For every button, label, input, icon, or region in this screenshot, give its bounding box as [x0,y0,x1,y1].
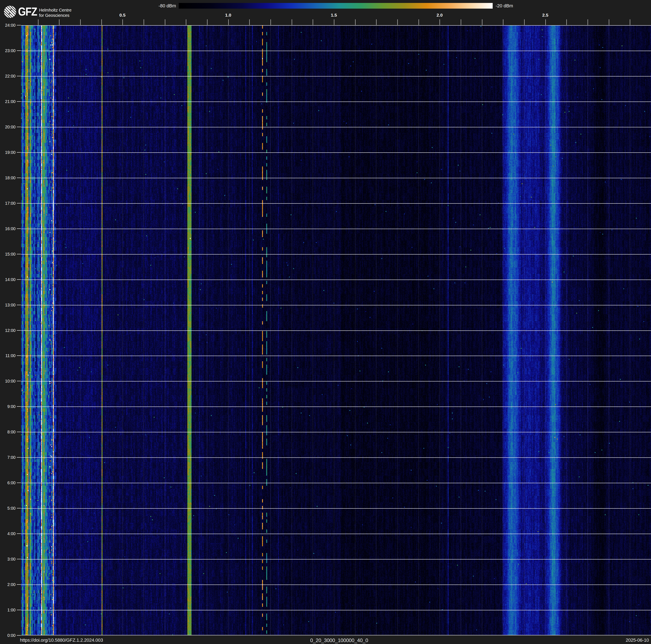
x-axis-tick-label: 2.5 [537,12,554,18]
colorbar-gradient [179,3,493,9]
x-axis-tick [397,19,398,25]
x-axis-tick [524,19,525,25]
y-axis-tick-label: 17:00 [0,201,16,206]
x-axis-tick [418,19,419,25]
doi-text: https://doi.org/10.5880/GFZ.1.2.2024.003 [20,638,103,643]
gfz-logo-text: GFZ [18,5,37,18]
y-axis-tick [17,457,21,458]
y-axis-tick [17,330,21,331]
x-axis-tick [482,19,483,25]
x-axis-tick [80,19,81,25]
x-axis-tick [292,19,292,25]
y-axis-tick-label: 11:00 [0,353,16,358]
x-axis-tick [207,19,208,25]
colorbar-max-label: -20 dBm [496,3,537,9]
y-axis-tick-label: 22:00 [0,74,16,79]
x-axis-tick [334,19,334,25]
y-axis-tick [17,482,21,483]
x-axis-tick [588,19,588,25]
y-axis-tick [17,152,21,153]
y-axis-tick-label: 21:00 [0,99,16,104]
y-axis-tick [17,355,21,356]
y-axis-tick [17,229,21,229]
y-axis-tick-label: 7:00 [0,455,16,460]
y-axis-tick-label: 20:00 [0,125,16,129]
date-text: 2025-06-10 [626,638,649,643]
x-axis-tick [313,19,313,25]
y-axis-tick-label: 4:00 [0,531,16,536]
y-axis-tick-label: 16:00 [0,226,16,231]
y-axis-tick-label: 0:00 [0,633,16,638]
x-axis-tick [355,19,355,25]
y-axis-tick-label: 5:00 [0,506,16,510]
spectrogram-canvas [21,25,651,635]
y-axis-tick [17,178,21,178]
x-axis-tick [439,19,440,25]
x-axis-tick [228,19,229,25]
y-axis-tick [17,127,21,127]
x-axis-tick [271,19,271,25]
y-axis-tick-label: 14:00 [0,277,16,282]
y-axis-tick-label: 1:00 [0,608,16,612]
y-axis-tick-label: 9:00 [0,404,16,409]
x-axis-tick [165,19,165,25]
gfz-logo-icon [4,5,17,18]
x-axis-tick [630,19,630,25]
y-axis-tick-label: 8:00 [0,430,16,434]
x-axis-tick [38,19,38,25]
y-axis-tick [17,203,21,203]
y-axis-tick-label: 12:00 [0,328,16,333]
y-axis-tick [17,635,21,636]
y-axis-tick-label: 15:00 [0,252,16,257]
x-axis-tick [609,19,609,25]
x-axis-tick [59,19,59,25]
y-axis-tick-label: 3:00 [0,557,16,561]
y-axis-tick [17,432,21,432]
x-axis-tick [566,19,567,25]
y-axis-tick [17,508,21,508]
gfz-logo-org-name-line2: for Geosciences [39,13,72,18]
y-axis-tick [17,406,21,407]
y-axis-tick-label: 6:00 [0,480,16,485]
spectrogram-page: GFZ Helmholtz Centre for Geosciences -80… [0,0,651,644]
colorbar-min-label: -80 dBm [145,3,176,9]
y-axis-tick [17,305,21,305]
gfz-logo-org-name-line1: Helmholtz Centre [39,7,72,13]
y-axis-tick [17,254,21,254]
x-axis-tick [144,19,144,25]
y-axis-tick-label: 23:00 [0,48,16,53]
y-axis-tick-label: 19:00 [0,150,16,155]
y-axis-tick [17,610,21,610]
station-code-text: 0_20_3000_100000_40_0 [310,638,368,643]
y-axis-tick [17,51,21,51]
x-axis-tick-label: 0.5 [114,12,131,18]
y-axis-tick [17,381,21,381]
y-axis-tick [17,559,21,559]
gfz-logo-org-name: Helmholtz Centre for Geosciences [39,7,72,18]
x-axis-tick [249,19,250,25]
x-axis-tick-label: 1.0 [220,12,237,18]
x-axis-tick-label: 2.0 [431,12,448,18]
y-axis-tick-label: 18:00 [0,176,16,180]
y-axis-tick-label: 10:00 [0,379,16,383]
x-axis-tick [546,19,546,25]
x-axis-tick [461,19,461,25]
y-axis-tick-label: 24:00 [0,23,16,28]
y-axis-tick [17,533,21,534]
y-axis-tick-label: 2:00 [0,582,16,587]
x-axis-tick [101,19,102,25]
y-axis-tick [17,584,21,585]
x-axis-tick [122,19,123,25]
y-axis-tick [17,279,21,280]
y-axis-tick [17,101,21,102]
x-axis-tick-label: 1.5 [326,12,342,18]
x-axis-tick [376,19,376,25]
y-axis-tick-label: 13:00 [0,303,16,307]
y-axis-tick [17,76,21,76]
x-axis-tick [503,19,503,25]
y-axis-tick [17,25,21,25]
x-axis-tick [186,19,186,25]
